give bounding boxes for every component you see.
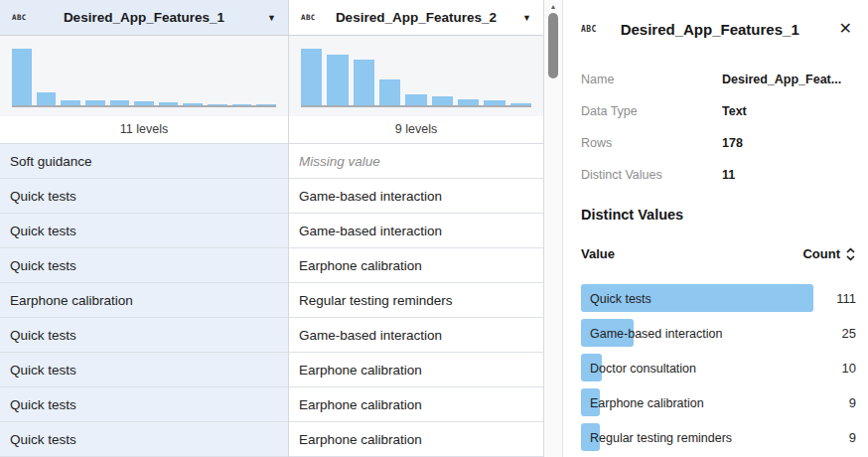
table-cell[interactable]: Game-based interaction xyxy=(289,179,543,214)
distinct-values-heading: Distinct Values xyxy=(581,207,868,223)
table-cell[interactable]: Earphone calibration xyxy=(289,353,543,387)
column-details: NameDesired_App_Feat...Data TypeTextRows… xyxy=(581,64,868,191)
count-sort-control[interactable]: Count xyxy=(802,246,856,261)
scrollbar-thumb[interactable] xyxy=(548,13,558,78)
histogram-bar[interactable] xyxy=(208,104,227,105)
distinct-value-label: Game-based interaction xyxy=(581,327,722,341)
text-type-icon: ABC xyxy=(301,13,316,22)
table-cell[interactable]: Quick tests xyxy=(0,422,288,457)
distinct-values-list: Quick tests111Game-based interaction25Do… xyxy=(581,281,868,455)
histogram-bar[interactable] xyxy=(37,92,57,105)
column-desired-app-features-2: ABC Desired_App_Features_2 ▼ 9 levels Mi… xyxy=(289,0,544,457)
histogram-bar[interactable] xyxy=(12,49,32,105)
scrollbar-up-arrow-icon[interactable]: ▲ xyxy=(544,0,562,12)
distinct-value-count: 9 xyxy=(849,395,856,410)
levels-label: 11 levels xyxy=(0,116,288,144)
column-header-2[interactable]: ABC Desired_App_Features_2 ▼ xyxy=(289,0,543,36)
histogram-bar[interactable] xyxy=(379,79,400,105)
column-histogram-1 xyxy=(0,36,288,116)
distinct-value-count: 9 xyxy=(849,430,856,445)
table-cell[interactable]: Quick tests xyxy=(0,179,288,214)
detail-label: Name xyxy=(581,73,722,86)
histogram-bar[interactable] xyxy=(301,49,322,105)
table-cell[interactable]: Earphone calibration xyxy=(289,422,543,457)
value-column-header: Value xyxy=(581,246,615,261)
detail-value: Text xyxy=(722,104,747,118)
data-wrangler-window: ABC Desired_App_Features_1 ▼ 11 levels S… xyxy=(0,0,868,457)
distinct-value-count: 10 xyxy=(842,361,856,376)
column-title: Desired_App_Features_2 xyxy=(316,10,516,25)
distinct-value-row[interactable]: Game-based interaction25 xyxy=(581,316,868,351)
column-desired-app-features-1: ABC Desired_App_Features_1 ▼ 11 levels S… xyxy=(0,0,289,457)
detail-row: Rows178 xyxy=(581,127,868,159)
distinct-value-row[interactable]: Earphone calibration9 xyxy=(581,385,868,420)
detail-row: NameDesired_App_Feat... xyxy=(581,64,868,95)
data-grid: ABC Desired_App_Features_1 ▼ 11 levels S… xyxy=(0,0,544,457)
distinct-value-label: Quick tests xyxy=(581,292,651,306)
distinct-value-row[interactable]: Regular testing reminders9 xyxy=(581,420,868,455)
panel-title: Desired_App_Features_1 xyxy=(621,21,799,38)
column-summary-panel: ABC Desired_App_Features_1 ✕ NameDesired… xyxy=(562,0,868,457)
histogram-bar[interactable] xyxy=(61,100,80,105)
histogram-bars xyxy=(12,49,276,107)
detail-label: Distinct Values xyxy=(581,168,722,182)
chevron-down-icon[interactable]: ▼ xyxy=(522,13,531,23)
histogram-bar[interactable] xyxy=(110,100,130,105)
column-header-1[interactable]: ABC Desired_App_Features_1 ▼ xyxy=(0,0,288,36)
detail-value: Desired_App_Feat... xyxy=(722,73,841,86)
detail-value: 178 xyxy=(722,136,743,150)
panel-header: ABC Desired_App_Features_1 ✕ xyxy=(581,0,868,50)
distinct-value-label: Doctor consultation xyxy=(581,362,696,376)
histogram-bar[interactable] xyxy=(405,94,426,105)
vertical-scrollbar[interactable]: ▲ xyxy=(544,0,562,457)
histogram-bar[interactable] xyxy=(183,103,203,105)
column-histogram-2 xyxy=(289,36,543,116)
histogram-bar[interactable] xyxy=(327,55,348,105)
table-cell[interactable]: Earphone calibration xyxy=(0,283,288,318)
close-icon[interactable]: ✕ xyxy=(835,19,856,39)
table-cell[interactable]: Soft guidance xyxy=(0,144,288,179)
distinct-value-label: Regular testing reminders xyxy=(581,431,732,445)
distinct-value-label: Earphone calibration xyxy=(581,396,704,410)
table-cell[interactable]: Earphone calibration xyxy=(289,387,543,422)
column-cells: Missing valueGame-based interactionGame-… xyxy=(289,144,543,457)
sort-updown-icon[interactable] xyxy=(845,247,856,261)
distinct-value-count: 111 xyxy=(836,291,856,306)
detail-label: Data Type xyxy=(581,104,722,118)
column-cells: Soft guidanceQuick testsQuick testsQuick… xyxy=(0,144,288,457)
histogram-bars xyxy=(301,49,531,107)
histogram-bar[interactable] xyxy=(458,99,479,105)
table-cell[interactable]: Game-based interaction xyxy=(289,318,543,353)
distinct-value-row[interactable]: Quick tests111 xyxy=(581,281,868,316)
histogram-bar[interactable] xyxy=(85,100,105,105)
table-cell[interactable]: Quick tests xyxy=(0,248,288,283)
distinct-value-count: 25 xyxy=(842,326,856,341)
table-cell[interactable]: Earphone calibration xyxy=(289,248,543,283)
histogram-bar[interactable] xyxy=(134,101,154,105)
levels-label: 9 levels xyxy=(289,116,543,144)
table-cell[interactable]: Quick tests xyxy=(0,318,288,353)
histogram-bar[interactable] xyxy=(484,100,505,105)
histogram-bar[interactable] xyxy=(432,96,453,105)
histogram-bar[interactable] xyxy=(159,102,179,105)
column-title: Desired_App_Features_1 xyxy=(27,10,261,25)
distinct-value-row[interactable]: Doctor consultation10 xyxy=(581,351,868,385)
table-cell[interactable]: Regular testing reminders xyxy=(289,283,543,318)
distinct-values-list-header: Value Count xyxy=(581,246,868,261)
detail-value: 11 xyxy=(722,168,735,182)
table-cell[interactable]: Missing value xyxy=(289,144,543,179)
detail-row: Distinct Values11 xyxy=(581,159,868,191)
table-cell[interactable]: Quick tests xyxy=(0,214,288,248)
detail-row: Data TypeText xyxy=(581,95,868,127)
table-cell[interactable]: Quick tests xyxy=(0,353,288,387)
histogram-bar[interactable] xyxy=(354,60,374,105)
table-cell[interactable]: Quick tests xyxy=(0,387,288,422)
count-column-header: Count xyxy=(802,246,840,261)
histogram-bar[interactable] xyxy=(232,104,252,105)
histogram-bar[interactable] xyxy=(256,104,276,105)
table-cell[interactable]: Game-based interaction xyxy=(289,214,543,248)
chevron-down-icon[interactable]: ▼ xyxy=(267,13,276,23)
histogram-bar[interactable] xyxy=(510,103,531,105)
text-type-icon: ABC xyxy=(12,13,27,22)
detail-label: Rows xyxy=(581,136,722,150)
